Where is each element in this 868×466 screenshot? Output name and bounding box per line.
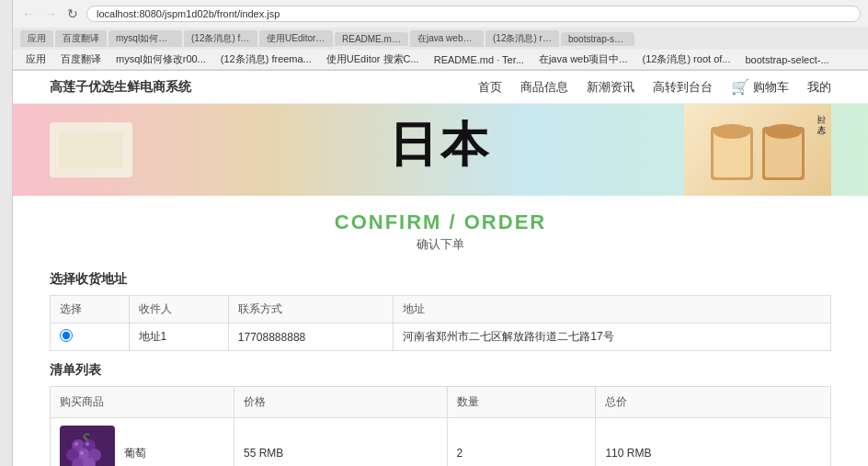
svg-point-7 [765, 124, 802, 139]
page-title-cn: 确认下单 [13, 236, 868, 253]
product-row-grape: 葡萄 55 RMB 2 110 RMB [51, 418, 831, 467]
page-title-en: CONFIRM / ORDER [13, 210, 868, 234]
nav-products[interactable]: 商品信息 [520, 79, 568, 96]
address-radio[interactable] [60, 329, 73, 342]
toast-icon-2 [760, 118, 806, 182]
tab-app[interactable]: 应用 [20, 30, 53, 47]
svg-point-18 [80, 451, 84, 455]
site-title: 高莲子优选生鲜电商系统 [50, 79, 191, 96]
main-content: 选择收货地址 选择 收件人 联系方式 地址 地址1 17708888888 河南… [13, 271, 868, 466]
bookmark-1[interactable]: 应用 [20, 51, 51, 67]
bookmark-5[interactable]: 使用UEditor 搜索C... [321, 51, 425, 67]
brand-text: 白い恋人 [816, 109, 828, 119]
address-table: 选择 收件人 联系方式 地址 地址1 17708888888 河南省郑州市二七区… [50, 295, 831, 351]
back-button[interactable]: ← [20, 6, 37, 22]
page-title-section: CONFIRM / ORDER 确认下单 [13, 196, 868, 260]
forward-button[interactable]: → [42, 6, 59, 22]
left-sidebar [0, 0, 13, 466]
tab-bootstrap[interactable]: bootstrap-select-... [561, 32, 634, 46]
product-total-grape: 110 RMB [596, 418, 831, 467]
tab-freema[interactable]: (12条消息) freema... [184, 30, 257, 47]
grape-image [60, 426, 115, 466]
product-cell-grape: 葡萄 [51, 418, 234, 467]
cart-button[interactable]: 🛒 购物车 [731, 78, 789, 96]
prod-col-total: 总价 [596, 387, 831, 418]
address-bar[interactable]: localhost:8080/jspm1d02b/front/index.jsp [86, 6, 861, 22]
browser-tabs: 应用 百度翻译 mysql如何修改r00... (12条消息) freema..… [13, 28, 868, 50]
reload-button[interactable]: ↻ [64, 6, 81, 22]
addr-col-name: 收件人 [129, 296, 228, 324]
address-section-title: 选择收货地址 [50, 271, 831, 288]
prod-col-qty: 数量 [447, 387, 596, 418]
browser-toolbar: ← → ↻ localhost:8080/jspm1d02b/front/ind… [13, 0, 868, 28]
nav-platform[interactable]: 高转到台台 [653, 79, 713, 96]
addr-address: 河南省郑州市二七区解放路街道二七路17号 [394, 324, 831, 351]
nav-home[interactable]: 首页 [478, 79, 502, 96]
bookmark-2[interactable]: 百度翻译 [55, 51, 107, 67]
bookmark-3[interactable]: mysql如何修改r00... [110, 51, 211, 67]
addr-col-select: 选择 [51, 296, 130, 324]
bookmark-4[interactable]: (12条消息) freema... [215, 51, 317, 67]
addr-radio-cell[interactable] [51, 324, 130, 351]
products-table: 购买商品 价格 数量 总价 [50, 386, 831, 466]
svg-rect-1 [59, 131, 123, 168]
hero-text: 日本 [389, 113, 492, 177]
hero-banner: 日本 白い恋人 [13, 104, 868, 196]
products-section-title: 清单列表 [50, 362, 831, 379]
bookmark-6[interactable]: README.md · Ter... [428, 53, 530, 66]
top-nav: 高莲子优选生鲜电商系统 首页 商品信息 新潮资讯 高转到台台 🛒 购物车 我的 [13, 71, 868, 104]
url-text: localhost:8080/jspm1d02b/front/index.jsp [97, 8, 280, 19]
tab-baidu[interactable]: 百度翻译 [55, 30, 107, 47]
sidebar-label [0, 0, 12, 7]
browser-chrome: ← → ↻ localhost:8080/jspm1d02b/front/ind… [13, 0, 868, 71]
addr-col-address: 地址 [394, 296, 831, 324]
tab-java[interactable]: 在java web项目中... [410, 30, 484, 47]
product-name-grape: 葡萄 [124, 446, 146, 461]
addr-phone: 17708888888 [228, 324, 393, 351]
nav-news[interactable]: 新潮资讯 [587, 79, 634, 96]
hero-right-decoration: 白い恋人 [684, 104, 831, 196]
tab-mysql[interactable]: mysql如何修改r00... [108, 30, 182, 47]
product-price-grape: 55 RMB [234, 418, 448, 467]
nav-user[interactable]: 我的 [807, 79, 831, 96]
svg-point-16 [74, 442, 78, 446]
address-row: 地址1 17708888888 河南省郑州市二七区解放路街道二七路17号 [51, 324, 831, 351]
bookmark-8[interactable]: (12条消息) root of... [637, 51, 737, 67]
cart-label: 购物车 [753, 79, 789, 96]
svg-point-17 [86, 442, 89, 446]
bookmarks-bar: 应用 百度翻译 mysql如何修改r00... (12条消息) freema..… [13, 50, 868, 70]
tab-readme[interactable]: README.md · Ter... [335, 32, 408, 46]
tab-root[interactable]: (12条消息) root of... [485, 30, 559, 47]
product-qty-grape: 2 [447, 418, 596, 467]
nav-links: 首页 商品信息 新潮资讯 高转到台台 🛒 购物车 我的 [478, 78, 831, 96]
prod-col-price: 价格 [234, 387, 448, 418]
tab-ueditor[interactable]: 使用UEditor 搜索C... [259, 30, 333, 47]
prod-col-item: 购买商品 [51, 387, 234, 418]
hero-text-area: 日本 [389, 113, 492, 177]
svg-point-4 [714, 124, 750, 139]
toast-icon [709, 118, 755, 182]
addr-name: 地址1 [129, 324, 228, 351]
cart-icon: 🛒 [731, 78, 749, 96]
addr-col-phone: 联系方式 [228, 296, 393, 324]
hero-left-decoration [40, 104, 151, 196]
bookmark-9[interactable]: bootstrap-select-... [739, 53, 834, 66]
bookmark-7[interactable]: 在java web项目中... [533, 51, 634, 67]
